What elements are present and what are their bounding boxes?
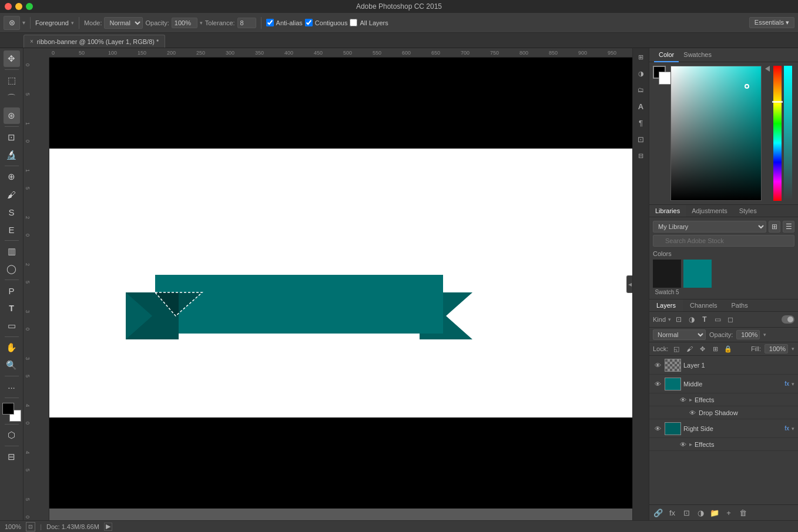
effects-row-rightside[interactable]: 👁 ▸ Effects (649, 438, 798, 451)
screen-mode[interactable]: ⊟ (4, 449, 20, 465)
text-tool[interactable]: T (4, 300, 20, 316)
color-gradient-picker[interactable] (670, 66, 762, 201)
maximize-button[interactable] (26, 3, 33, 10)
new-group-btn[interactable]: 📁 (709, 507, 720, 518)
fx-badge-middle[interactable]: fx (784, 381, 789, 387)
lock-all-btn[interactable]: 🔒 (723, 344, 733, 353)
magic-wand-tool[interactable]: ⊛ (4, 16, 20, 30)
close-button[interactable] (5, 3, 12, 10)
mode-select[interactable]: Normal (104, 17, 143, 29)
lock-position-btn[interactable]: ✥ (698, 344, 707, 353)
lock-artboard-btn[interactable]: ⊞ (710, 344, 720, 353)
delete-layer-btn[interactable]: 🗑 (737, 507, 748, 518)
contiguous-checkbox[interactable] (305, 19, 313, 26)
panel-icon-libraries[interactable]: 🗂 (635, 83, 648, 96)
eraser-tool[interactable]: E (4, 221, 20, 238)
minimize-button[interactable] (15, 3, 22, 10)
shape-tool[interactable]: ▭ (4, 318, 20, 334)
canvas-container[interactable] (49, 58, 632, 509)
swatches-tab[interactable]: Swatches (679, 48, 716, 62)
tab-close-btn[interactable]: × (30, 38, 33, 45)
paths-tab-btn[interactable]: Paths (725, 299, 755, 311)
heal-tool[interactable]: ⊕ (4, 169, 20, 185)
libraries-tab[interactable]: Libraries (649, 205, 686, 217)
workspace-button[interactable]: Essentials ▾ (749, 17, 794, 28)
filter-adj-btn[interactable]: ◑ (686, 314, 697, 325)
contiguous-label[interactable]: Contiguous (315, 19, 348, 26)
lock-image-btn[interactable]: 🖌 (685, 344, 694, 353)
quick-mask-toggle[interactable]: ⬡ (4, 427, 20, 443)
antialias-checkbox[interactable] (266, 19, 274, 26)
layer-row-layer1[interactable]: 👁 Layer 1 (649, 356, 798, 375)
list-view-btn[interactable]: ☰ (783, 221, 794, 233)
fx-badge-rightside[interactable]: fx (784, 425, 789, 432)
new-layer-btn[interactable]: + (723, 507, 734, 518)
drop-shadow-visibility[interactable]: 👁 (688, 409, 696, 417)
document-tab[interactable]: × ribbon-banner @ 100% (Layer 1, RGB/8) … (24, 35, 165, 48)
panel-icon-text[interactable]: A (635, 100, 648, 113)
add-style-btn[interactable]: fx (667, 507, 678, 518)
layer-visibility-middle[interactable]: 👁 (653, 379, 662, 389)
extra-tools[interactable]: ··· (4, 379, 20, 395)
adjustments-tab[interactable]: Adjustments (686, 205, 733, 217)
layers-tab-btn[interactable]: Layers (649, 299, 683, 311)
pen-tool[interactable]: P (4, 282, 20, 299)
filter-pixel-btn[interactable]: ⊡ (673, 314, 684, 325)
hue-slider[interactable] (773, 66, 782, 201)
layer-visibility-layer1[interactable]: 👁 (653, 361, 662, 370)
effects-visibility-middle[interactable]: 👁 (679, 396, 687, 404)
swatch-2[interactable] (683, 260, 712, 295)
lock-transparent-btn[interactable]: ◱ (672, 344, 681, 353)
swatch-1-color[interactable] (653, 260, 681, 288)
all-layers-label[interactable]: All Layers (360, 19, 388, 26)
bg-color-square[interactable] (659, 72, 672, 85)
panel-icon-layers[interactable]: ⊞ (635, 50, 648, 63)
opacity-input[interactable] (736, 330, 760, 339)
filter-shape-btn[interactable]: ▭ (712, 314, 723, 325)
layer-row-middle[interactable]: 👁 Middle fx ▾ (649, 375, 798, 393)
status-arrow-btn[interactable]: ▶ (104, 523, 112, 531)
zoom-to-fit-btn[interactable]: ⊡ (26, 522, 35, 531)
styles-tab[interactable]: Styles (733, 205, 763, 217)
filter-toggle[interactable] (782, 315, 794, 324)
new-fill-btn[interactable]: ◑ (695, 507, 706, 518)
ribbon-banner[interactable] (126, 275, 472, 357)
panel-icon-paragraph[interactable]: ¶ (635, 116, 648, 129)
crop-tool[interactable]: ⊡ (4, 129, 20, 146)
add-mask-btn[interactable]: ⊡ (681, 507, 692, 518)
library-select[interactable]: My Library (653, 221, 766, 233)
panel-icon-adjust[interactable]: ◑ (635, 67, 648, 80)
opacity-input[interactable] (172, 18, 197, 28)
drop-shadow-row-middle[interactable]: 👁 Drop Shadow (649, 406, 798, 419)
clone-tool[interactable]: S (4, 204, 20, 220)
color-tab[interactable]: Color (654, 48, 679, 62)
filter-smart-btn[interactable]: ◻ (725, 314, 736, 325)
library-search-input[interactable] (653, 235, 794, 247)
magic-wand-tool-left[interactable]: ⊛ (4, 107, 20, 124)
effects-row-middle[interactable]: 👁 ▸ Effects (649, 393, 798, 406)
antialias-label[interactable]: Anti-alias (276, 19, 303, 26)
move-tool[interactable]: ✥ (4, 50, 20, 67)
swatch-2-color[interactable] (683, 260, 712, 288)
layer-row-rightside[interactable]: 👁 Right Side fx ▾ (649, 419, 798, 438)
effects-visibility-rightside[interactable]: 👁 (679, 440, 687, 449)
blend-mode-select[interactable]: Normal (653, 329, 706, 340)
canvas-white[interactable] (49, 149, 632, 417)
gradient-tool[interactable]: ▥ (4, 243, 20, 260)
swatch-1[interactable]: Swatch 5 (653, 260, 681, 295)
hand-tool[interactable]: ✋ (4, 339, 20, 356)
layer-visibility-rightside[interactable]: 👁 (653, 424, 662, 433)
tolerance-input[interactable] (237, 18, 256, 28)
all-layers-checkbox[interactable] (350, 19, 357, 26)
panel-icon-info[interactable]: ⊡ (635, 133, 648, 146)
foreground-color-swatch[interactable] (2, 403, 14, 415)
link-layers-btn[interactable]: 🔗 (653, 507, 663, 518)
marquee-tool[interactable]: ⬚ (4, 72, 20, 89)
zoom-tool[interactable]: 🔍 (4, 357, 20, 373)
fill-input[interactable] (765, 344, 788, 353)
fg-color-square[interactable] (653, 66, 666, 79)
grid-view-btn[interactable]: ⊞ (769, 221, 780, 233)
filter-text-btn[interactable]: T (699, 314, 710, 325)
alpha-slider[interactable] (784, 66, 792, 201)
lasso-tool[interactable]: ⌒ (4, 90, 20, 106)
